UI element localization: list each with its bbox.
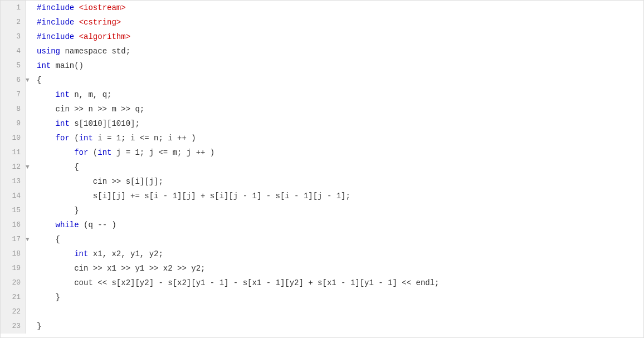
code-token: int bbox=[56, 90, 75, 99]
fold-arrow bbox=[26, 1, 35, 2]
fold-arrow[interactable]: ▼ bbox=[26, 160, 35, 173]
code-token: cin >> n >> m >> q; bbox=[56, 105, 145, 114]
line-number: 14 bbox=[1, 189, 26, 203]
code-token: using bbox=[37, 47, 65, 56]
code-token bbox=[37, 163, 74, 172]
fold-arrow bbox=[26, 15, 35, 16]
line-number: 23 bbox=[1, 319, 26, 334]
line-number: 20 bbox=[1, 276, 26, 290]
code-row: 23} bbox=[1, 319, 643, 334]
fold-arrow bbox=[26, 174, 35, 175]
line-number: 17 bbox=[1, 232, 26, 247]
code-content: int n, m, q; bbox=[35, 87, 114, 102]
fold-arrow bbox=[26, 247, 35, 248]
fold-arrow bbox=[26, 30, 35, 31]
line-number: 6 bbox=[1, 73, 26, 87]
code-token: j = 1; j <= m; j ++ ) bbox=[116, 148, 214, 157]
code-row: 5int main() bbox=[1, 58, 643, 73]
code-token: int bbox=[79, 134, 98, 143]
line-number: 13 bbox=[1, 174, 26, 189]
code-token: std; bbox=[111, 47, 130, 56]
code-content: { bbox=[35, 73, 43, 87]
code-content: cout << s[x2][y2] - s[x2][y1 - 1] - s[x1… bbox=[35, 276, 442, 290]
fold-arrow bbox=[26, 44, 35, 45]
code-content: while (q -- ) bbox=[35, 218, 119, 232]
code-row: 16 while (q -- ) bbox=[1, 218, 643, 232]
line-number: 22 bbox=[1, 305, 26, 319]
code-content: int s[1010][1010]; bbox=[35, 116, 142, 131]
code-row: 1#include <iostream> bbox=[1, 1, 643, 15]
code-content: cin >> n >> m >> q; bbox=[35, 102, 147, 116]
code-content: { bbox=[35, 232, 62, 247]
line-number: 9 bbox=[1, 116, 26, 131]
fold-arrow bbox=[26, 87, 35, 89]
fold-arrow[interactable]: ▼ bbox=[26, 232, 35, 246]
line-number: 16 bbox=[1, 218, 26, 232]
code-token: for bbox=[56, 134, 75, 143]
line-number: 3 bbox=[1, 30, 26, 44]
fold-arrow bbox=[26, 305, 35, 306]
code-token: int bbox=[74, 249, 93, 258]
fold-arrow bbox=[26, 203, 35, 204]
fold-arrow bbox=[26, 116, 35, 117]
code-token bbox=[37, 192, 93, 200]
code-row: 8 cin >> n >> m >> q; bbox=[1, 102, 643, 116]
code-row: 9 int s[1010][1010]; bbox=[1, 116, 643, 131]
code-token bbox=[37, 235, 56, 244]
line-number: 15 bbox=[1, 203, 26, 218]
code-token: (q -- ) bbox=[84, 221, 116, 229]
code-content: cin >> x1 >> y1 >> x2 >> y2; bbox=[35, 261, 207, 276]
code-token: { bbox=[37, 76, 41, 85]
code-content: s[i][j] += s[i - 1][j] + s[i][j - 1] - s… bbox=[35, 189, 353, 203]
line-number: 10 bbox=[1, 131, 26, 145]
code-token bbox=[37, 105, 56, 114]
code-content: #include <algorithm> bbox=[35, 30, 133, 44]
code-content: for (int j = 1; j <= m; j ++ ) bbox=[35, 145, 217, 160]
code-token bbox=[37, 148, 74, 157]
code-content: } bbox=[35, 290, 62, 305]
code-row: 21 } bbox=[1, 290, 643, 305]
code-token bbox=[37, 134, 56, 143]
code-token: #include bbox=[37, 18, 79, 27]
code-row: 2#include <cstring> bbox=[1, 15, 643, 30]
code-token bbox=[37, 278, 74, 287]
code-content: { bbox=[35, 160, 81, 174]
code-editor[interactable]: 1#include <iostream>2#include <cstring>3… bbox=[0, 0, 644, 338]
fold-arrow bbox=[26, 276, 35, 277]
code-content: } bbox=[35, 319, 43, 334]
code-content: #include <cstring> bbox=[35, 15, 123, 30]
code-row: 6▼{ bbox=[1, 73, 643, 87]
fold-arrow[interactable]: ▼ bbox=[26, 73, 35, 86]
code-token: } bbox=[37, 293, 60, 302]
code-token: <iostream> bbox=[79, 3, 126, 12]
code-token: s[i][j] += s[i - 1][j] + s[i][j - 1] - s… bbox=[93, 192, 350, 200]
code-token: ( bbox=[74, 134, 79, 143]
code-token bbox=[37, 264, 74, 273]
fold-arrow bbox=[26, 58, 35, 60]
code-row: 10 for (int i = 1; i <= n; i ++ ) bbox=[1, 131, 643, 145]
code-content: #include <iostream> bbox=[35, 1, 128, 15]
fold-arrow bbox=[26, 319, 35, 320]
line-number: 11 bbox=[1, 145, 26, 160]
fold-arrow bbox=[26, 261, 35, 262]
code-token: { bbox=[74, 163, 79, 172]
code-token: main() bbox=[56, 61, 84, 70]
code-token: s[1010][1010]; bbox=[74, 119, 140, 128]
code-token: ( bbox=[93, 148, 97, 157]
code-token bbox=[37, 206, 74, 215]
code-row: 3#include <algorithm> bbox=[1, 30, 643, 44]
code-content: int x1, x2, y1, y2; bbox=[35, 247, 165, 261]
code-content: int main() bbox=[35, 58, 86, 73]
code-row: 20 cout << s[x2][y2] - s[x2][y1 - 1] - s… bbox=[1, 276, 643, 290]
fold-arrow bbox=[26, 131, 35, 132]
fold-arrow bbox=[26, 290, 35, 291]
code-row: 11 for (int j = 1; j <= m; j ++ ) bbox=[1, 145, 643, 160]
code-token: cout << s[x2][y2] - s[x2][y1 - 1] - s[x1… bbox=[74, 278, 439, 287]
code-content bbox=[35, 305, 39, 307]
line-number: 4 bbox=[1, 44, 26, 58]
code-lines-container: 1#include <iostream>2#include <cstring>3… bbox=[1, 1, 643, 334]
code-row: 14 s[i][j] += s[i - 1][j] + s[i][j - 1] … bbox=[1, 189, 643, 203]
code-content: for (int i = 1; i <= n; i ++ ) bbox=[35, 131, 198, 145]
code-token bbox=[37, 177, 93, 186]
code-token: cin >> x1 >> y1 >> x2 >> y2; bbox=[74, 264, 205, 273]
